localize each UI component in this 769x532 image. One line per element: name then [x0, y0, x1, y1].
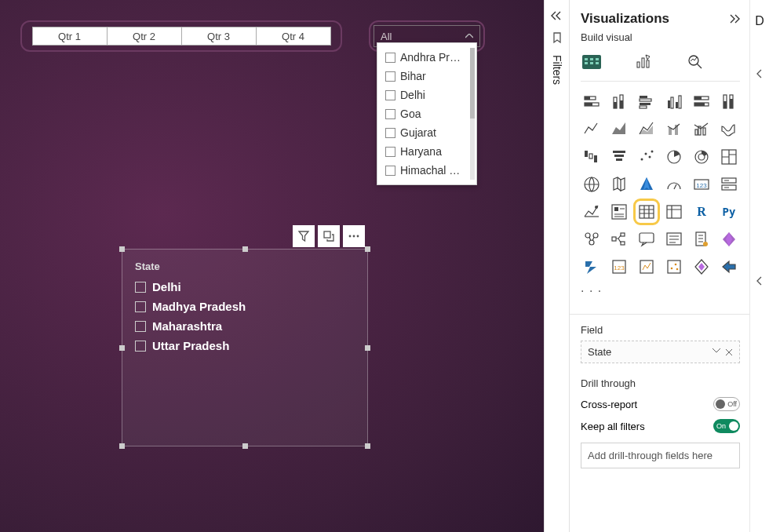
decomposition-icon[interactable] [608, 228, 630, 250]
arrow-icon[interactable] [718, 256, 740, 278]
scatter-icon[interactable] [636, 146, 658, 168]
line-icon[interactable] [581, 118, 603, 140]
checkbox-icon[interactable] [385, 71, 395, 82]
dropdown-list[interactable]: Andhra Pr… Bihar Delhi Goa Gujarat Harya… [377, 42, 477, 185]
dropdown-item[interactable]: Delhi [381, 86, 473, 104]
quarter-option[interactable]: Qtr 3 [181, 27, 257, 46]
kpi-icon[interactable] [581, 201, 603, 223]
resize-handle[interactable] [242, 443, 248, 449]
dropdown-item[interactable]: Himachal … [381, 161, 473, 180]
checkbox-icon[interactable] [385, 128, 395, 138]
card-icon[interactable]: 123 [691, 173, 713, 195]
stacked-column-icon[interactable] [608, 91, 630, 113]
quarter-option[interactable]: Qtr 2 [107, 27, 182, 46]
quarter-slicer[interactable]: Qtr 1 Qtr 2 Qtr 3 Qtr 4 [20, 20, 342, 52]
ai3-icon[interactable] [663, 256, 685, 278]
dropdown-item[interactable]: Bihar [381, 67, 473, 86]
chevron-left-icon[interactable] [756, 276, 763, 286]
multi-row-icon[interactable] [718, 173, 740, 195]
checkbox-icon[interactable] [385, 109, 395, 119]
bookmark-icon[interactable] [552, 31, 563, 44]
slicer-item[interactable]: Maharashtra [135, 316, 355, 336]
py-visual-icon[interactable]: Py [718, 201, 740, 223]
100-bar-icon[interactable] [691, 91, 713, 113]
build-visual-tab[interactable] [581, 51, 603, 73]
dropdown-item[interactable]: Haryana [381, 142, 473, 161]
ai2-icon[interactable] [636, 256, 658, 278]
resize-handle[interactable] [365, 345, 370, 351]
state-slicer-visual[interactable]: State Delhi Madhya Pradesh Maharashtra U… [122, 249, 368, 446]
data-pane-collapsed[interactable]: D [749, 0, 769, 532]
remove-field-icon[interactable] [725, 348, 733, 356]
analytics-tab[interactable] [684, 51, 706, 73]
keep-filters-toggle[interactable]: On [713, 419, 740, 433]
azure-map-icon[interactable] [636, 173, 658, 195]
filters-pane-collapsed[interactable]: Filters [544, 0, 569, 532]
expand-filters-icon[interactable] [551, 11, 563, 20]
checkbox-icon[interactable] [135, 301, 146, 312]
pie-icon[interactable] [663, 146, 685, 168]
area-icon[interactable] [608, 118, 630, 140]
power-apps-icon[interactable] [718, 228, 740, 250]
focus-mode-icon[interactable] [318, 225, 340, 247]
ai1-icon[interactable]: 123 [608, 256, 630, 278]
power-automate-icon[interactable] [581, 256, 603, 278]
slicer-icon[interactable] [608, 201, 630, 223]
more-visuals-button[interactable]: · · · [581, 284, 740, 301]
waterfall-icon[interactable] [581, 146, 603, 168]
checkbox-icon[interactable] [135, 341, 146, 352]
slicer-item[interactable]: Delhi [135, 277, 355, 297]
dropdown-item[interactable]: Andhra Pr… [381, 48, 473, 67]
checkbox-icon[interactable] [385, 53, 395, 63]
line-clustered-icon[interactable] [691, 118, 713, 140]
resize-handle[interactable] [119, 443, 125, 449]
donut-icon[interactable] [691, 146, 713, 168]
checkbox-icon[interactable] [385, 166, 395, 176]
report-canvas[interactable]: Qtr 1 Qtr 2 Qtr 3 Qtr 4 All Andhra Pr… B… [0, 0, 544, 532]
checkbox-icon[interactable] [135, 282, 146, 293]
ribbon-icon[interactable] [718, 118, 740, 140]
filter-icon[interactable] [293, 225, 315, 247]
resize-handle[interactable] [119, 246, 125, 252]
treemap-icon[interactable] [718, 146, 740, 168]
quarter-option[interactable]: Qtr 1 [32, 27, 108, 46]
format-visual-tab[interactable] [632, 51, 654, 73]
r-visual-icon[interactable]: R [691, 201, 713, 223]
checkbox-icon[interactable] [385, 90, 395, 100]
resize-handle[interactable] [365, 443, 370, 449]
funnel-icon[interactable] [608, 146, 630, 168]
quarter-option[interactable]: Qtr 4 [256, 27, 331, 46]
filled-map-icon[interactable] [608, 173, 630, 195]
field-well[interactable]: State [581, 341, 740, 363]
gauge-icon[interactable] [663, 173, 685, 195]
key-influencers-icon[interactable] [581, 228, 603, 250]
stacked-bar-icon[interactable] [581, 91, 603, 113]
resize-handle[interactable] [365, 246, 370, 252]
slicer-item[interactable]: Madhya Pradesh [135, 297, 355, 316]
paginated-icon[interactable] [691, 228, 713, 250]
map-icon[interactable] [581, 173, 603, 195]
collapse-pane-icon[interactable] [727, 14, 740, 24]
resize-handle[interactable] [242, 246, 248, 252]
clustered-column-icon[interactable] [663, 91, 685, 113]
line-stacked-icon[interactable] [663, 118, 685, 140]
cross-report-toggle[interactable]: Off [713, 397, 740, 411]
chevron-left-icon[interactable] [756, 69, 763, 78]
checkbox-icon[interactable] [135, 321, 146, 332]
more-options-icon[interactable] [343, 225, 365, 247]
drill-through-dropzone[interactable]: Add drill-through fields here [581, 443, 740, 468]
scrollbar[interactable] [470, 48, 475, 180]
dropdown-item[interactable]: Gujarat [381, 123, 473, 142]
dropdown-item[interactable]: Goa [381, 104, 473, 123]
ai4-icon[interactable] [691, 256, 713, 278]
clustered-bar-icon[interactable] [636, 91, 658, 113]
resize-handle[interactable] [119, 345, 125, 351]
100-column-icon[interactable] [718, 91, 740, 113]
slicer-item[interactable]: Uttar Pradesh [135, 336, 355, 355]
q-a-icon[interactable] [636, 228, 658, 250]
stacked-area-icon[interactable] [636, 118, 658, 140]
matrix-icon[interactable] [663, 201, 685, 223]
checkbox-icon[interactable] [385, 147, 395, 157]
table-icon[interactable] [636, 201, 658, 223]
smart-narrative-icon[interactable] [663, 228, 685, 250]
